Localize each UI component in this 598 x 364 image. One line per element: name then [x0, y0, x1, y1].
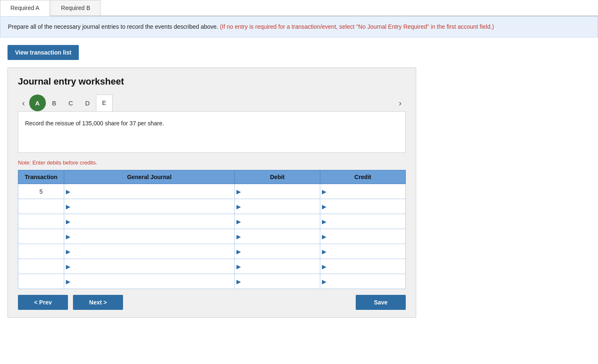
- nav-left-arrow[interactable]: ‹: [18, 96, 29, 110]
- letter-btn-e[interactable]: E: [96, 95, 113, 111]
- transaction-cell: [18, 199, 64, 214]
- transaction-cell: [18, 244, 64, 259]
- worksheet-container: Journal entry worksheet ‹ A B C D E › Re…: [8, 67, 416, 318]
- cell-arrow-icon: ▶: [66, 263, 70, 270]
- debit-cell[interactable]: ▶: [235, 184, 320, 199]
- general-journal-cell[interactable]: ▶: [64, 184, 235, 199]
- credit-cell[interactable]: ▶: [320, 214, 406, 229]
- save-button[interactable]: Save: [356, 295, 406, 310]
- debit-input[interactable]: [242, 214, 318, 229]
- cell-arrow-icon: ▶: [66, 203, 70, 210]
- cell-arrow-icon: ▶: [236, 188, 241, 195]
- instruction-main-text: Prepare all of the necessary journal ent…: [8, 23, 218, 30]
- table-row: ▶▶▶: [18, 244, 406, 259]
- credit-cell[interactable]: ▶: [320, 274, 406, 289]
- nav-right-arrow[interactable]: ›: [394, 96, 406, 110]
- cell-arrow-icon: ▶: [236, 248, 241, 255]
- transaction-cell: [18, 274, 64, 289]
- tab-required-a[interactable]: Required A: [0, 0, 50, 16]
- table-row: ▶▶▶: [18, 274, 406, 289]
- table-row: 5▶▶▶: [18, 184, 406, 199]
- debit-cell[interactable]: ▶: [235, 244, 320, 259]
- general-journal-cell[interactable]: ▶: [64, 229, 235, 244]
- credit-input[interactable]: [327, 244, 404, 259]
- debit-cell[interactable]: ▶: [235, 274, 320, 289]
- general-journal-input[interactable]: [71, 184, 233, 199]
- instruction-banner: Prepare all of the necessary journal ent…: [0, 16, 598, 37]
- debit-cell[interactable]: ▶: [235, 214, 320, 229]
- cell-arrow-icon: ▶: [322, 263, 327, 270]
- credit-input[interactable]: [327, 229, 404, 244]
- cell-arrow-icon: ▶: [236, 203, 241, 210]
- cell-arrow-icon: ▶: [236, 233, 241, 240]
- letter-btn-a[interactable]: A: [29, 95, 46, 111]
- cell-arrow-icon: ▶: [322, 278, 327, 285]
- cell-arrow-icon: ▶: [322, 233, 327, 240]
- credit-input[interactable]: [327, 274, 404, 289]
- cell-arrow-icon: ▶: [236, 218, 241, 225]
- general-journal-cell[interactable]: ▶: [64, 244, 235, 259]
- general-journal-input[interactable]: [71, 274, 233, 289]
- table-row: ▶▶▶: [18, 214, 406, 229]
- letter-nav: ‹ A B C D E ›: [18, 95, 406, 111]
- general-journal-input[interactable]: [71, 214, 233, 229]
- credit-cell[interactable]: ▶: [320, 259, 406, 274]
- col-header-transaction: Transaction: [18, 170, 64, 184]
- cell-arrow-icon: ▶: [322, 188, 327, 195]
- next-button[interactable]: Next >: [73, 295, 123, 310]
- debit-cell[interactable]: ▶: [235, 229, 320, 244]
- general-journal-input[interactable]: [71, 199, 233, 214]
- instruction-red-text: (If no entry is required for a transacti…: [218, 23, 494, 30]
- description-box: Record the reissue of 135,000 share for …: [18, 111, 406, 153]
- cell-arrow-icon: ▶: [66, 188, 70, 195]
- general-journal-input[interactable]: [71, 259, 233, 274]
- transaction-cell: 5: [18, 184, 64, 199]
- credit-input[interactable]: [327, 199, 404, 214]
- credit-cell[interactable]: ▶: [320, 229, 406, 244]
- general-journal-cell[interactable]: ▶: [64, 214, 235, 229]
- debit-input[interactable]: [242, 199, 318, 214]
- prev-button[interactable]: < Prev: [18, 295, 68, 310]
- general-journal-input[interactable]: [71, 244, 233, 259]
- general-journal-cell[interactable]: ▶: [64, 259, 235, 274]
- cell-arrow-icon: ▶: [236, 278, 241, 285]
- note-text: Note: Enter debits before credits.: [18, 160, 406, 166]
- cell-arrow-icon: ▶: [236, 263, 241, 270]
- worksheet-title: Journal entry worksheet: [18, 76, 406, 87]
- view-transaction-button[interactable]: View transaction list: [8, 45, 79, 60]
- credit-input[interactable]: [327, 214, 404, 229]
- debit-input[interactable]: [242, 244, 318, 259]
- transaction-cell: [18, 229, 64, 244]
- cell-arrow-icon: ▶: [66, 218, 70, 225]
- cell-arrow-icon: ▶: [66, 248, 70, 255]
- general-journal-cell[interactable]: ▶: [64, 199, 235, 214]
- transaction-cell: [18, 259, 64, 274]
- debit-input[interactable]: [242, 274, 318, 289]
- col-header-credit: Credit: [320, 170, 406, 184]
- transaction-cell: [18, 214, 64, 229]
- general-journal-input[interactable]: [71, 229, 233, 244]
- general-journal-cell[interactable]: ▶: [64, 274, 235, 289]
- cell-arrow-icon: ▶: [322, 248, 327, 255]
- debit-cell[interactable]: ▶: [235, 199, 320, 214]
- table-row: ▶▶▶: [18, 229, 406, 244]
- letter-btn-c[interactable]: C: [63, 95, 79, 111]
- cell-arrow-icon: ▶: [66, 278, 70, 285]
- debit-input[interactable]: [242, 229, 318, 244]
- tab-bar: Required A Required B: [0, 0, 598, 16]
- letter-btn-d[interactable]: D: [79, 95, 96, 111]
- credit-cell[interactable]: ▶: [320, 184, 406, 199]
- tab-required-b[interactable]: Required B: [50, 0, 101, 15]
- debit-cell[interactable]: ▶: [235, 259, 320, 274]
- letter-btn-b[interactable]: B: [46, 95, 63, 111]
- debit-input[interactable]: [242, 184, 318, 199]
- credit-cell[interactable]: ▶: [320, 199, 406, 214]
- col-header-debit: Debit: [235, 170, 320, 184]
- cell-arrow-icon: ▶: [322, 218, 327, 225]
- credit-input[interactable]: [327, 184, 404, 199]
- description-text: Record the reissue of 135,000 share for …: [25, 120, 164, 127]
- debit-input[interactable]: [242, 259, 318, 274]
- credit-input[interactable]: [327, 259, 404, 274]
- credit-cell[interactable]: ▶: [320, 244, 406, 259]
- cell-arrow-icon: ▶: [66, 233, 70, 240]
